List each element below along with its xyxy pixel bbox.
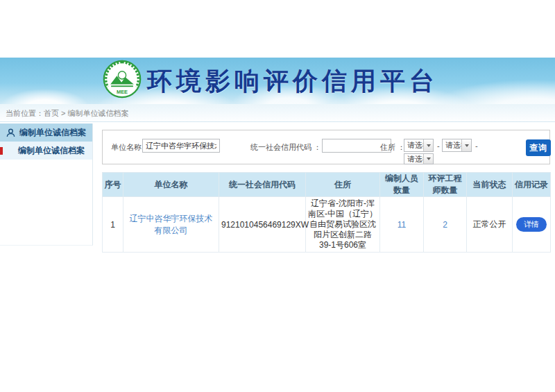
address-label: 住所 ：	[380, 142, 405, 153]
col-address: 住所	[306, 173, 380, 197]
staff-count-link[interactable]: 11	[398, 220, 406, 230]
page: MEE 环境影响评价信用平台 当前位置：首页 > 编制单位诚信档案 编制单位诚信…	[0, 0, 555, 392]
search-button[interactable]: 查询	[526, 139, 551, 156]
chevron-down-icon[interactable]	[461, 139, 471, 151]
col-unit-name: 单位名称	[123, 173, 219, 197]
svg-text:MEE: MEE	[117, 89, 128, 95]
chevron-down-icon[interactable]	[423, 139, 433, 151]
col-staff-count: 编制人员数量	[380, 173, 424, 197]
address-separator: -	[437, 142, 440, 150]
credit-code-label: 统一社会信用代码 ：	[250, 142, 321, 153]
sidebar: 编制单位诚信档案 编制单位诚信档案	[0, 123, 93, 246]
col-credit-code: 统一社会信用代码	[219, 173, 306, 197]
site-banner: MEE 环境影响评价信用平台	[0, 58, 555, 104]
sidebar-item-label: 编制单位诚信档案	[18, 146, 85, 155]
unit-name-link[interactable]: 辽宁中咨华宇环保技术有限公司	[130, 214, 213, 235]
address-separator: -	[475, 142, 478, 150]
chevron-down-icon[interactable]	[423, 154, 433, 164]
district-select[interactable]: 请选择	[404, 153, 434, 164]
sidebar-header-label: 编制单位诚信档案	[19, 127, 86, 139]
unit-name-input[interactable]	[142, 139, 220, 153]
table-row: 1 辽宁中咨华宇环保技术有限公司 9121010456469129XW 辽宁省-…	[103, 197, 551, 253]
page-title: 环境影响评价信用平台	[147, 63, 438, 99]
user-icon	[6, 128, 15, 137]
cell-address: 辽宁省-沈阳市-浑南区-中国（辽宁）自由贸易试验区沈阳片区创新二路39-1号60…	[306, 197, 380, 253]
cell-index: 1	[103, 197, 123, 253]
table-header-row: 序号 单位名称 统一社会信用代码 住所 编制人员数量 环评工程师数量 当前状态 …	[103, 173, 551, 197]
province-select[interactable]: 请选择	[404, 139, 434, 152]
col-index: 序号	[103, 173, 123, 197]
results-table: 序号 单位名称 统一社会信用代码 住所 编制人员数量 环评工程师数量 当前状态 …	[102, 172, 551, 253]
city-select[interactable]: 请选择	[442, 139, 472, 152]
search-panel: 单位名称 ： 统一社会信用代码 ： 住所 ： 请选择 - 请选择 - 请选择 查…	[102, 130, 550, 164]
sidebar-header: 编制单位诚信档案	[0, 123, 92, 142]
engineer-count-link[interactable]: 2	[443, 220, 447, 230]
detail-button[interactable]: 详情	[516, 217, 547, 232]
mee-logo-icon: MEE	[103, 60, 142, 99]
cell-credit-code: 9121010456469129XW	[219, 197, 306, 253]
active-marker	[0, 147, 3, 155]
col-engineer-count: 环评工程师数量	[424, 173, 467, 197]
col-credit-record: 信用记录	[513, 173, 551, 197]
main-content: 单位名称 ： 统一社会信用代码 ： 住所 ： 请选择 - 请选择 - 请选择 查…	[102, 130, 550, 253]
sidebar-item-archive[interactable]: 编制单位诚信档案	[0, 142, 92, 160]
cell-status: 正常公开	[467, 197, 513, 253]
col-status: 当前状态	[467, 173, 513, 197]
breadcrumb[interactable]: 当前位置：首页 > 编制单位诚信档案	[0, 104, 555, 122]
